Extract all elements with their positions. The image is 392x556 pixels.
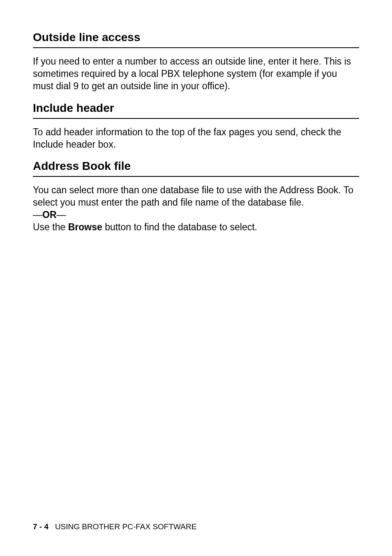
heading-include-header: Include header	[33, 102, 359, 119]
browse-instruction: Use the Browse button to find the databa…	[33, 221, 359, 234]
footer-title: USING BROTHER PC-FAX SOFTWARE	[55, 522, 197, 531]
or-separator: —OR—	[33, 209, 359, 221]
heading-address-book-file: Address Book file	[33, 160, 359, 177]
page-content: Outside line access If you need to enter…	[33, 31, 359, 234]
browse-bold: Browse	[68, 222, 102, 232]
browse-prefix: Use the	[33, 222, 68, 232]
heading-outside-line-access: Outside line access	[33, 31, 359, 48]
page-footer: 7 - 4 USING BROTHER PC-FAX SOFTWARE	[33, 522, 196, 531]
browse-suffix: button to find the database to select.	[102, 222, 257, 232]
or-dash-left: —	[33, 209, 42, 220]
body-address-book-file: You can select more than one database fi…	[33, 184, 359, 209]
body-outside-line-access: If you need to enter a number to access …	[33, 56, 359, 93]
body-include-header: To add header information to the top of …	[33, 126, 359, 151]
or-text: OR	[42, 209, 57, 220]
or-dash-right: —	[57, 209, 66, 220]
footer-page-number: 7 - 4	[33, 522, 48, 531]
